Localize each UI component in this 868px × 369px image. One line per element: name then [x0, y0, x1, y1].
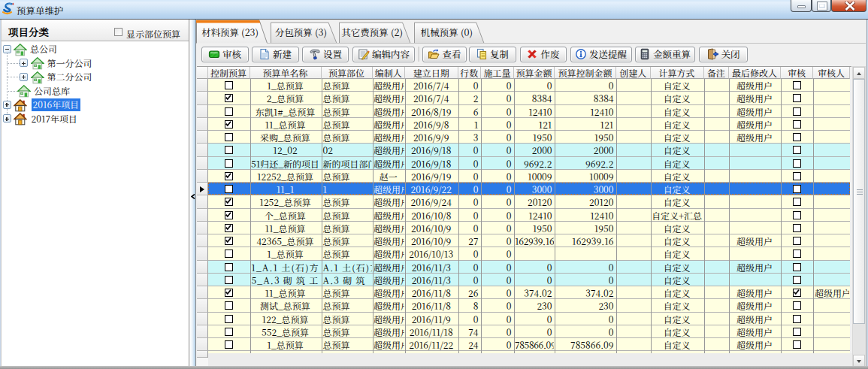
- svg-text:分包预算 (3): 分包预算 (3): [275, 26, 327, 39]
- svg-text:材料预算 (23): 材料预算 (23): [201, 26, 259, 39]
- svg-text:机械预算 (0): 机械预算 (0): [421, 26, 473, 39]
- svg-text:其它费预算 (2): 其它费预算 (2): [341, 26, 403, 39]
